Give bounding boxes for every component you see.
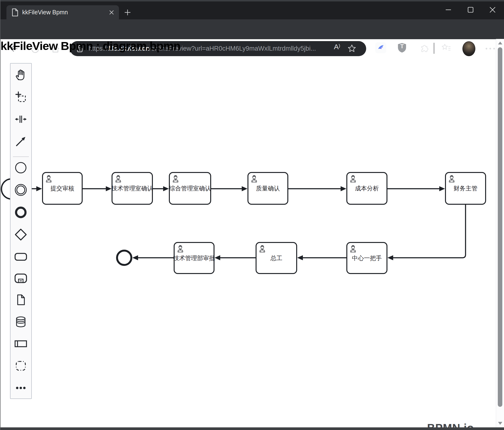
- create-start-event-icon[interactable]: [14, 161, 28, 175]
- palette-separator: [13, 156, 29, 157]
- task-label: 技术管理室确认: [111, 184, 153, 192]
- user-task-icon: [349, 244, 357, 252]
- bpmn-canvas[interactable]: [0, 0, 504, 430]
- task-chief-engineer[interactable]: 总工: [256, 242, 297, 274]
- user-task-icon: [114, 174, 122, 182]
- browser-window: kkFileView Bpmn: [0, 0, 504, 430]
- window-left-edge: [0, 0, 0, 430]
- task-label: 质量确认: [256, 184, 280, 192]
- page-scrollbar[interactable]: [496, 39, 504, 427]
- task-finance-director[interactable]: 财务主管: [445, 172, 486, 205]
- user-task-icon: [171, 174, 180, 182]
- scrollbar-up-arrow[interactable]: [498, 42, 502, 45]
- space-tool-icon[interactable]: [14, 112, 28, 126]
- create-subprocess-icon[interactable]: [14, 271, 28, 286]
- task-quality-confirm[interactable]: 质量确认: [247, 172, 288, 205]
- create-end-event-icon[interactable]: [14, 205, 28, 220]
- user-task-icon: [258, 244, 266, 252]
- task-label: 成本分析: [355, 184, 379, 192]
- create-intermediate-event-icon[interactable]: [14, 183, 28, 197]
- create-gateway-icon[interactable]: [14, 227, 28, 242]
- task-general-office-confirm[interactable]: 综合管理室确认: [169, 172, 211, 205]
- task-label: 提交审核: [50, 184, 74, 192]
- window-bottom-edge: [0, 427, 504, 430]
- create-data-object-icon[interactable]: [14, 293, 28, 307]
- user-task-icon: [45, 174, 53, 182]
- task-center-head[interactable]: 中心一把手: [346, 242, 387, 274]
- user-task-icon: [349, 174, 357, 182]
- palette-more-options-icon[interactable]: [14, 381, 28, 395]
- scrollbar-down-arrow[interactable]: [498, 422, 502, 425]
- create-task-icon[interactable]: [14, 250, 28, 264]
- task-tech-office-confirm[interactable]: 技术管理室确认: [112, 172, 153, 205]
- page-title: kkFileView Bpmn : diagram.bpmn: [0, 39, 180, 53]
- task-cost-analysis[interactable]: 成本分析: [346, 172, 387, 205]
- bpmn-palette: [10, 63, 32, 399]
- global-connect-tool-icon[interactable]: [14, 134, 28, 149]
- create-group-icon[interactable]: [14, 359, 28, 373]
- task-label: 技术管理部审批: [173, 254, 215, 262]
- hand-tool-icon[interactable]: [14, 67, 28, 82]
- user-task-icon: [448, 174, 456, 182]
- lasso-tool-icon[interactable]: [14, 90, 28, 104]
- task-label: 总工: [270, 254, 282, 262]
- create-participant-icon[interactable]: [14, 337, 28, 351]
- create-data-store-icon[interactable]: [14, 315, 28, 329]
- task-label: 综合管理室确认: [169, 184, 211, 192]
- task-tech-dept-approval[interactable]: 技术管理部审批: [174, 242, 215, 274]
- user-task-icon: [176, 244, 184, 252]
- task-submit-review[interactable]: 提交审核: [42, 172, 83, 205]
- bpmn-end-event[interactable]: [117, 251, 131, 265]
- scrollbar-thumb[interactable]: [498, 47, 502, 407]
- task-label: 财务主管: [454, 184, 477, 192]
- task-label: 中心一把手: [352, 254, 382, 262]
- user-task-icon: [250, 174, 258, 182]
